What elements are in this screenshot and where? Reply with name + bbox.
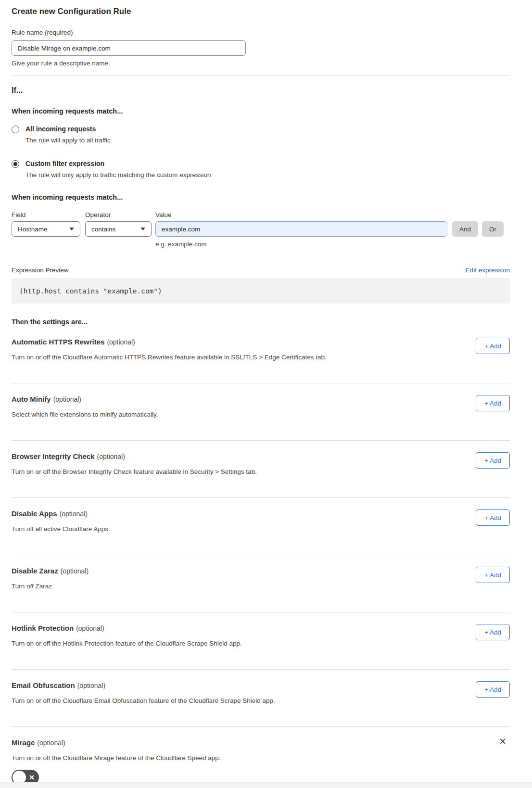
value-column: Value e.g. example.com [155,211,447,248]
radio-texts: All incoming requests The rule will appl… [25,125,111,144]
add-setting-button[interactable]: + Add [476,338,510,354]
radio-texts: Custom filter expression The rule will o… [25,160,211,179]
add-setting-button[interactable]: + Add [476,681,510,698]
setting-name: Disable Apps [12,509,57,518]
setting-title-row: Auto Minify(optional) [12,395,510,404]
setting-optional-label: (optional) [107,338,135,346]
setting-title-row: Hotlink Protection(optional) [12,624,510,633]
expression-preview-code: (http.host contains "example.com") [12,278,510,304]
footer-band [0,782,532,788]
setting-title-row: Browser Integrity Check(optional) [12,452,510,461]
edit-expression-link[interactable]: Edit expression [466,267,510,274]
operator-select-value: contains [91,226,115,233]
setting-section: Disable Apps(optional) Turn off all acti… [12,498,510,555]
setting-description: Turn on or off the Cloudflare Mirage fea… [12,754,510,762]
setting-name: Disable Zaraz [12,567,58,575]
setting-section: Browser Integrity Check(optional) Turn o… [12,441,510,498]
setting-description: Select which file extensions to minify a… [12,410,510,419]
radio-description: The rule will apply to all traffic [25,136,111,144]
chevron-down-icon [69,228,74,230]
field-select-value: Hostname [18,226,48,233]
settings-list: Automatic HTTPS Rewrites(optional) Turn … [12,326,510,727]
value-help: e.g. example.com [155,241,447,248]
add-setting-button[interactable]: + Add [476,567,510,583]
add-setting-button[interactable]: + Add [476,395,510,411]
setting-title-row: Mirage(optional) [12,738,510,747]
setting-section-mirage: Mirage(optional) × Turn on or off the Cl… [12,727,510,787]
add-setting-button[interactable]: + Add [476,624,510,640]
setting-title-row: Disable Zaraz(optional) [12,567,510,575]
if-heading: If... [12,86,510,95]
setting-name: Automatic HTTPS Rewrites [12,338,104,346]
radio-label: All incoming requests [25,125,111,133]
setting-optional-label: (optional) [97,453,125,460]
setting-section: Email Obfuscation(optional) Turn on or o… [12,670,510,727]
match-heading: When incoming requests match... [12,107,510,115]
then-settings-heading: Then the settings are... [12,318,510,326]
expression-builder-row: Field Hostname Operator contains Value e… [12,211,510,248]
field-label: Field [12,211,80,219]
setting-title-row: Disable Apps(optional) [12,509,510,518]
field-select[interactable]: Hostname [12,221,80,237]
setting-section: Automatic HTTPS Rewrites(optional) Turn … [12,326,510,383]
expression-preview-label: Expression Preview [12,267,69,274]
toggle-off-x-icon [29,775,35,780]
rule-name-field: Rule name (required) Give your rule a de… [12,29,510,67]
operator-select[interactable]: contains [85,221,152,237]
chevron-down-icon [140,228,145,230]
setting-description: Turn off all active Cloudflare Apps. [12,525,510,533]
setting-optional-label: (optional) [61,567,89,575]
or-button[interactable]: Or [482,221,504,237]
setting-optional-label: (optional) [76,624,104,632]
setting-name: Email Obfuscation [12,681,75,689]
radio-custom-filter-expression[interactable]: Custom filter expression The rule will o… [12,160,510,179]
operator-column: Operator contains [85,211,152,237]
setting-name: Browser Integrity Check [12,452,95,460]
rule-name-label: Rule name (required) [12,29,510,37]
setting-title-row: Automatic HTTPS Rewrites(optional) [12,338,510,346]
value-input[interactable] [155,221,447,237]
create-configuration-rule-form: Create new Configuration Rule Rule name … [0,7,532,787]
setting-description: Turn on or off the Hotlink Protection fe… [12,639,510,648]
setting-description: Turn on or off the Browser Integrity Che… [12,468,510,476]
radio-description: The rule will only apply to traffic matc… [25,171,211,179]
setting-title-row: Email Obfuscation(optional) [12,681,510,690]
setting-optional-label: (optional) [77,682,105,689]
rule-name-help: Give your rule a descriptive name. [12,60,510,67]
rule-name-input[interactable] [12,40,246,56]
setting-name: Hotlink Protection [12,624,74,632]
radio-all-incoming-requests[interactable]: All incoming requests The rule will appl… [12,125,510,144]
section-divider [12,76,510,76]
add-setting-button[interactable]: + Add [476,452,510,469]
expression-match-heading: When incoming requests match... [12,193,510,202]
add-setting-button[interactable]: + Add [476,509,510,526]
and-button[interactable]: And [452,221,478,237]
radio-unselected-icon[interactable] [12,126,19,133]
setting-optional-label: (optional) [37,739,65,747]
expression-code-text: (http.host contains "example.com") [19,287,162,295]
close-icon[interactable]: × [499,737,506,746]
setting-section: Disable Zaraz(optional) Turn off Zaraz. … [12,555,510,612]
value-label: Value [155,211,447,219]
setting-optional-label: (optional) [59,510,87,518]
setting-name: Mirage [12,738,35,747]
field-column: Field Hostname [12,211,80,237]
setting-optional-label: (optional) [53,395,81,403]
radio-selected-icon[interactable] [12,160,19,168]
setting-name: Auto Minify [12,395,51,403]
setting-description: Turn off Zaraz. [12,582,510,590]
operator-label: Operator [85,211,152,219]
setting-section: Hotlink Protection(optional) Turn on or … [12,612,510,670]
setting-description: Turn on or off the Cloudflare Email Obfu… [12,697,510,705]
page-title: Create new Configuration Rule [12,7,510,16]
setting-section: Auto Minify(optional) Select which file … [12,383,510,441]
setting-description: Turn on or off the Cloudflare Automatic … [12,353,510,361]
radio-label: Custom filter expression [25,160,211,168]
expression-preview-header: Expression Preview Edit expression [12,267,510,274]
